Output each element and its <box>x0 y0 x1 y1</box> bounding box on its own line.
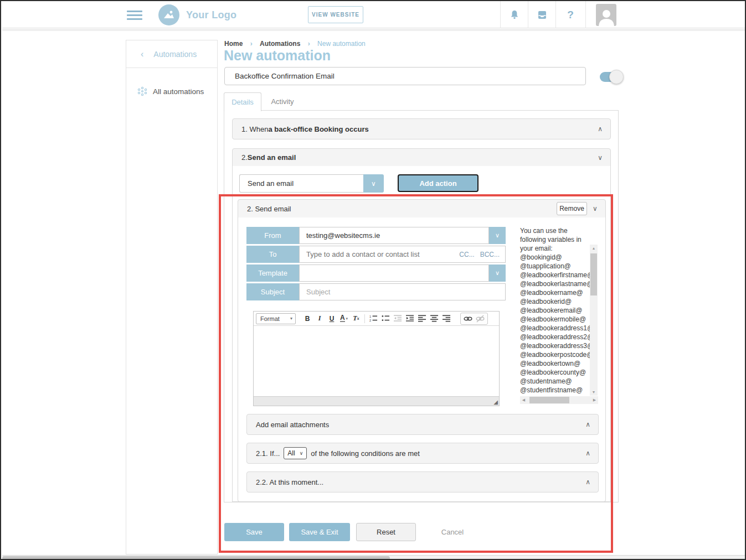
collapse-sidebar-icon[interactable]: ‹ <box>141 49 143 59</box>
subject-input[interactable] <box>299 283 506 300</box>
inbox-icon[interactable] <box>531 1 553 28</box>
variables-list: @bookingid@@tuapplication@@leadbookerfir… <box>520 253 590 403</box>
accordion-send-an-email[interactable]: 2. Send an email ∨ <box>232 148 611 167</box>
subject-label: Subject <box>246 283 299 300</box>
variable-item: @leadbookercounty@ <box>520 368 590 377</box>
hamburger-menu-icon[interactable] <box>127 8 142 22</box>
variables-intro: You can use the following variables in y… <box>520 226 590 253</box>
save-button[interactable]: Save <box>224 523 284 541</box>
sidebar: ‹ Automations All automations <box>126 40 218 554</box>
page-horizontal-scrollbar <box>2 555 746 560</box>
italic-button[interactable]: I <box>313 313 326 324</box>
cancel-button[interactable]: Cancel <box>431 523 474 541</box>
sidebar-header: ‹ Automations <box>126 40 217 68</box>
insert-link-button[interactable] <box>462 313 474 324</box>
scroll-left-arrow-icon[interactable]: ◀ <box>520 396 527 404</box>
bcc-link[interactable]: BCC... <box>480 251 500 258</box>
chevron-down-icon: ∨ <box>598 154 603 162</box>
email-body-textarea[interactable] <box>254 326 499 396</box>
enabled-toggle[interactable] <box>600 72 621 82</box>
svg-text:2: 2 <box>369 319 371 322</box>
variable-item: @leadbookerid@ <box>520 297 590 306</box>
reset-button[interactable]: Reset <box>356 523 416 541</box>
accordion-text-bold: a back-office Booking occurs <box>268 125 368 133</box>
accordion-add-email-attachments[interactable]: Add email attachments ∧ <box>246 414 599 435</box>
from-input[interactable] <box>299 227 489 244</box>
toolbar-separator <box>364 314 365 323</box>
tab-activity[interactable]: Activity <box>261 92 303 111</box>
remove-action-button[interactable]: Remove <box>557 202 587 215</box>
align-left-button[interactable] <box>416 313 428 324</box>
remove-format-button[interactable]: Tx <box>350 313 362 324</box>
template-dropdown-button[interactable]: ∨ <box>489 265 506 282</box>
accordion-when-booking-occurs[interactable]: 1. When a back-office Booking occurs ∧ <box>232 118 611 139</box>
header-divider <box>555 1 556 28</box>
cc-link[interactable]: CC... <box>459 251 474 258</box>
breadcrumb-home[interactable]: Home <box>224 40 243 48</box>
logo[interactable]: Your Logo <box>158 4 236 25</box>
email-variables-panel: You can use the following variables in y… <box>520 226 590 403</box>
dropdown-arrow-icon: ▾ <box>346 317 348 321</box>
breadcrumb: Home › Automations › New automation <box>224 40 366 48</box>
variable-item: @leadbookermobile@ <box>520 315 590 324</box>
variables-horizontal-scrollbar: ◀ ▶ <box>520 396 598 404</box>
variable-item: @leadbookerpostcode@ <box>520 350 590 359</box>
accordion-at-this-moment[interactable]: 2.2. At this moment... ∧ <box>246 471 599 492</box>
variable-item: @studentfirstname@ <box>520 386 590 395</box>
send-email-card-header[interactable]: 2. Send email <box>238 199 606 218</box>
breadcrumb-automations[interactable]: Automations <box>260 40 300 48</box>
sidebar-item-all-automations[interactable]: All automations <box>126 78 217 105</box>
bullet-list-button[interactable] <box>379 313 392 324</box>
sidebar-item-label: All automations <box>153 87 204 96</box>
resize-handle-icon[interactable]: ◢ <box>493 399 498 405</box>
variable-item: @leadbookeremail@ <box>520 306 590 315</box>
action-type-dropdown-button[interactable]: ∨ <box>363 174 384 193</box>
scroll-down-arrow-icon[interactable]: ▼ <box>590 388 598 396</box>
condition-match-select[interactable]: All ∨ <box>284 447 307 459</box>
align-right-button[interactable] <box>440 313 452 324</box>
add-action-button[interactable]: Add action <box>398 174 479 192</box>
user-avatar[interactable] <box>596 4 616 26</box>
header-shadow-strip <box>2 29 746 31</box>
chevron-down-icon: ∨ <box>495 232 500 239</box>
action-type-select[interactable]: Send an email <box>239 174 363 193</box>
editor-toolbar: Format ▾ B I U A ▾ Tx 1 2 <box>254 312 499 326</box>
ordered-list-button[interactable]: 1 2 <box>367 313 379 324</box>
from-label: From <box>246 227 299 244</box>
vertical-scroll-thumb[interactable] <box>590 253 597 295</box>
view-website-button[interactable]: VIEW WEBSITE <box>308 6 363 23</box>
tab-details[interactable]: Details <box>224 92 261 111</box>
to-input[interactable] <box>300 250 459 258</box>
attachments-label: Add email attachments <box>256 421 329 429</box>
bold-button[interactable]: B <box>301 313 313 324</box>
scroll-right-arrow-icon[interactable]: ▶ <box>591 396 598 404</box>
breadcrumb-separator-icon: › <box>250 40 253 48</box>
page-scroll-thumb[interactable] <box>2 556 390 560</box>
underline-button[interactable]: U <box>326 313 338 324</box>
from-dropdown-button[interactable]: ∨ <box>489 227 506 244</box>
breadcrumb-separator-icon: › <box>308 40 310 48</box>
text-color-button[interactable]: A ▾ <box>338 313 350 324</box>
toggle-knob <box>609 70 624 84</box>
horizontal-scroll-thumb[interactable] <box>529 397 569 403</box>
notifications-bell-icon[interactable] <box>503 1 526 28</box>
align-center-button[interactable] <box>428 313 440 324</box>
increase-indent-button[interactable] <box>404 313 416 324</box>
accordion-text-bold: Send an email <box>248 153 296 162</box>
variables-vertical-scrollbar: ▲ ▼ <box>590 245 598 396</box>
template-input[interactable] <box>299 265 489 282</box>
chevron-down-icon: ∨ <box>495 269 500 277</box>
help-icon[interactable]: ? <box>559 1 582 28</box>
scroll-up-arrow-icon[interactable]: ▲ <box>590 245 598 252</box>
header-divider <box>585 1 586 28</box>
format-dropdown[interactable]: Format ▾ <box>256 313 296 324</box>
page-title: New automation <box>224 48 331 64</box>
sidebar-title: Automations <box>153 50 197 59</box>
chevron-down-icon[interactable]: ∨ <box>593 205 598 212</box>
save-and-exit-button[interactable]: Save & Exit <box>289 523 350 541</box>
accordion-conditions[interactable]: 2.1. If... All ∨ of the following condit… <box>246 443 599 464</box>
to-field: CC... BCC... <box>299 246 506 263</box>
chevron-down-icon: ∨ <box>371 180 376 188</box>
automation-name-input[interactable] <box>224 67 586 85</box>
breadcrumb-current: New automation <box>317 40 366 48</box>
